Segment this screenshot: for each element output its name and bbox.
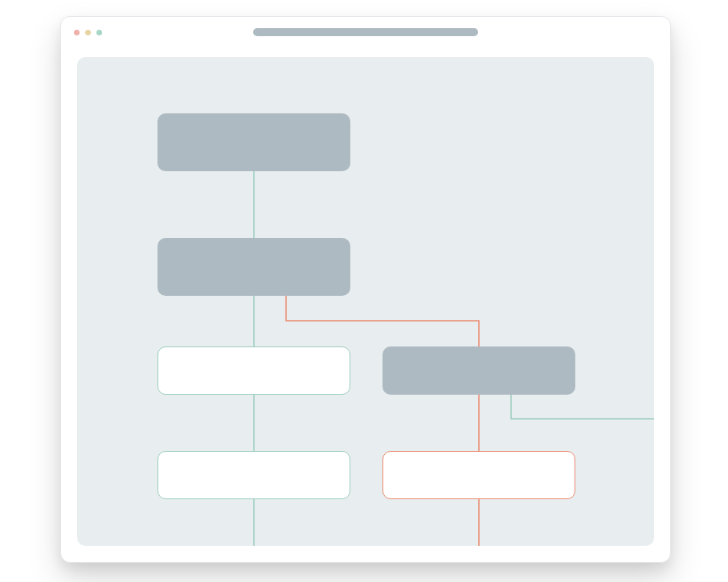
window-title-placeholder xyxy=(253,28,478,36)
diagram-node[interactable] xyxy=(157,113,350,171)
zoom-icon[interactable] xyxy=(96,30,102,35)
connector-line xyxy=(511,395,654,419)
canvas-area xyxy=(77,57,654,546)
window-titlebar xyxy=(61,17,670,47)
minimize-icon[interactable] xyxy=(85,30,91,35)
diagram-node[interactable] xyxy=(157,238,350,296)
diagram-node[interactable] xyxy=(382,451,575,499)
app-window xyxy=(60,16,671,563)
diagram-node[interactable] xyxy=(382,346,575,395)
diagram-node[interactable] xyxy=(157,451,350,499)
close-icon[interactable] xyxy=(74,30,80,35)
diagram-canvas[interactable] xyxy=(77,57,654,546)
diagram-node[interactable] xyxy=(157,346,350,395)
traffic-lights xyxy=(74,30,102,35)
connector-line xyxy=(286,296,479,346)
